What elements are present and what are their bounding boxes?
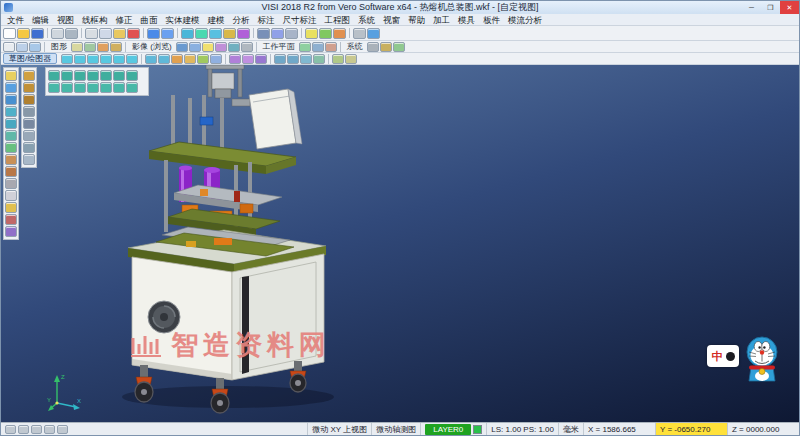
menu-item[interactable]: 曲面: [137, 14, 162, 26]
revolve-icon[interactable]: [242, 54, 254, 64]
shell-icon[interactable]: [300, 54, 312, 64]
background-color-icon[interactable]: [228, 42, 240, 52]
boolean-union-icon[interactable]: [274, 54, 286, 64]
menu-item[interactable]: 工程图: [321, 14, 355, 26]
view-bottom-icon[interactable]: [113, 70, 125, 81]
primitive-sphere-icon[interactable]: [23, 94, 35, 105]
polyline-tool-icon[interactable]: [5, 94, 17, 105]
primitive-cylinder-icon[interactable]: [23, 82, 35, 93]
menu-item[interactable]: 系统: [354, 14, 379, 26]
machine-3d-model[interactable]: [116, 65, 336, 417]
minimize-button[interactable]: ─: [742, 1, 761, 14]
menu-item[interactable]: 板件: [479, 14, 504, 26]
menu-item[interactable]: 标注: [254, 14, 279, 26]
menu-item[interactable]: 模流分析: [504, 14, 546, 26]
light-icon[interactable]: [202, 42, 214, 52]
point-tool-icon[interactable]: [5, 70, 17, 81]
view-pan-icon[interactable]: [61, 82, 73, 93]
transform-tool-icon[interactable]: [5, 226, 17, 237]
circle-icon[interactable]: [87, 54, 99, 64]
menu-item[interactable]: 修正: [112, 14, 137, 26]
render-shaded-icon[interactable]: [176, 42, 188, 52]
menu-item[interactable]: 尺寸标注: [279, 14, 321, 26]
draft-icon[interactable]: [313, 54, 325, 64]
extend-icon[interactable]: [184, 54, 196, 64]
close-button[interactable]: ✕: [780, 1, 799, 14]
macro-icon[interactable]: [393, 42, 405, 52]
fillet-icon[interactable]: [145, 54, 157, 64]
copy-icon[interactable]: [99, 28, 112, 39]
rectangle-icon[interactable]: [100, 54, 112, 64]
menu-item[interactable]: 实体建模: [162, 14, 204, 26]
feature-pattern-icon[interactable]: [23, 154, 35, 165]
undo-icon[interactable]: [147, 28, 160, 39]
mirror-icon[interactable]: [210, 54, 222, 64]
workplane-icon[interactable]: [332, 54, 344, 64]
database-icon[interactable]: [380, 42, 392, 52]
curve-tool-icon[interactable]: [5, 142, 17, 153]
offset-icon[interactable]: [197, 54, 209, 64]
menu-item[interactable]: 视窗: [379, 14, 404, 26]
wcs-icon[interactable]: [71, 42, 83, 52]
view-fit-icon[interactable]: [87, 82, 99, 93]
material-icon[interactable]: [215, 42, 227, 52]
zoom-fit-icon[interactable]: [195, 28, 208, 39]
hatch-tool-icon[interactable]: [5, 214, 17, 225]
maximize-button[interactable]: ❐: [761, 1, 780, 14]
layer-badge[interactable]: LAYER0: [425, 424, 471, 435]
view-reference-2[interactable]: 微动轴测图: [371, 423, 420, 435]
view-iso-icon[interactable]: [126, 70, 138, 81]
snap-settings-icon[interactable]: [345, 54, 357, 64]
menu-item[interactable]: 分析: [229, 14, 254, 26]
select-box-icon[interactable]: [16, 42, 28, 52]
arc-tool-icon[interactable]: [5, 106, 17, 117]
render-wireframe-icon[interactable]: [189, 42, 201, 52]
zoom-previous-icon[interactable]: [209, 28, 222, 39]
measure-angle-icon[interactable]: [110, 42, 122, 52]
view-zoom-icon[interactable]: [74, 82, 86, 93]
view-left-icon[interactable]: [87, 70, 99, 81]
menu-item[interactable]: 线框构: [78, 14, 112, 26]
plane-xy-icon[interactable]: [299, 42, 311, 52]
primitive-box-icon[interactable]: [23, 70, 35, 81]
feature-hole-icon[interactable]: [23, 106, 35, 117]
sketch-tab[interactable]: 草图/绘图器: [3, 53, 57, 64]
snap-grid-icon[interactable]: [5, 425, 16, 434]
block-tool-icon[interactable]: [5, 178, 17, 189]
sweep-icon[interactable]: [255, 54, 267, 64]
paste-icon[interactable]: [113, 28, 126, 39]
geometry-info-icon[interactable]: [84, 42, 96, 52]
layers-icon[interactable]: [305, 28, 318, 39]
menu-item[interactable]: 编辑: [28, 14, 53, 26]
view-previous-icon[interactable]: [100, 82, 112, 93]
boolean-subtract-icon[interactable]: [287, 54, 299, 64]
selection-filter-icon[interactable]: [319, 28, 332, 39]
unit-indicator[interactable]: 毫米: [558, 423, 583, 435]
view-config-icon[interactable]: [126, 82, 138, 93]
view-back-icon[interactable]: [100, 70, 112, 81]
zoom-window-icon[interactable]: [181, 28, 194, 39]
layer-indicator[interactable]: LAYER0: [420, 423, 486, 435]
layer-color-swatch[interactable]: [473, 425, 482, 434]
solid-tool-icon[interactable]: [5, 166, 17, 177]
open-folder-icon[interactable]: [17, 28, 30, 39]
menu-item[interactable]: 模具: [454, 14, 479, 26]
dynamic-rotate-icon[interactable]: [237, 28, 250, 39]
plot-icon[interactable]: [65, 28, 78, 39]
extrude-icon[interactable]: [229, 54, 241, 64]
feature-boss-icon[interactable]: [23, 130, 35, 141]
arc-icon[interactable]: [74, 54, 86, 64]
calculator-icon[interactable]: [353, 28, 366, 39]
shaded-view-icon[interactable]: [257, 28, 270, 39]
select-arrow-icon[interactable]: [3, 42, 15, 52]
wireframe-view-icon[interactable]: [271, 28, 284, 39]
polygon-icon[interactable]: [113, 54, 125, 64]
redo-icon[interactable]: [161, 28, 174, 39]
select-polygon-icon[interactable]: [29, 42, 41, 52]
circle-tool-icon[interactable]: [5, 118, 17, 129]
view-top-icon[interactable]: [48, 70, 60, 81]
menu-item[interactable]: 帮助: [404, 14, 429, 26]
menu-item[interactable]: 加工: [429, 14, 454, 26]
snap-center-icon[interactable]: [44, 425, 55, 434]
dimension-tool-icon[interactable]: [5, 202, 17, 213]
